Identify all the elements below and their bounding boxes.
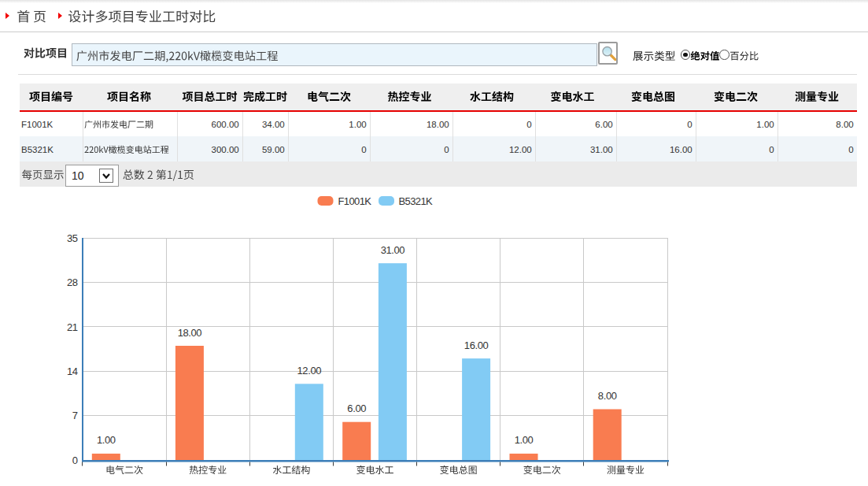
svg-text:31.00: 31.00	[381, 244, 405, 256]
svg-text:B5321K: B5321K	[399, 195, 434, 207]
svg-text:35: 35	[67, 232, 78, 244]
svg-text:1.00: 1.00	[515, 434, 534, 446]
svg-text:1.00: 1.00	[97, 434, 116, 446]
svg-text:8.00: 8.00	[598, 390, 617, 402]
svg-text:28: 28	[67, 276, 78, 288]
svg-text:16.00: 16.00	[464, 339, 489, 351]
svg-text:21: 21	[67, 321, 78, 333]
svg-text:14: 14	[67, 365, 78, 377]
svg-text:6.00: 6.00	[347, 403, 366, 414]
svg-text:0: 0	[72, 454, 78, 466]
svg-text:18.00: 18.00	[178, 327, 202, 339]
svg-text:12.00: 12.00	[297, 365, 322, 377]
svg-text:F1001K: F1001K	[338, 195, 372, 207]
svg-text:7: 7	[72, 410, 78, 421]
